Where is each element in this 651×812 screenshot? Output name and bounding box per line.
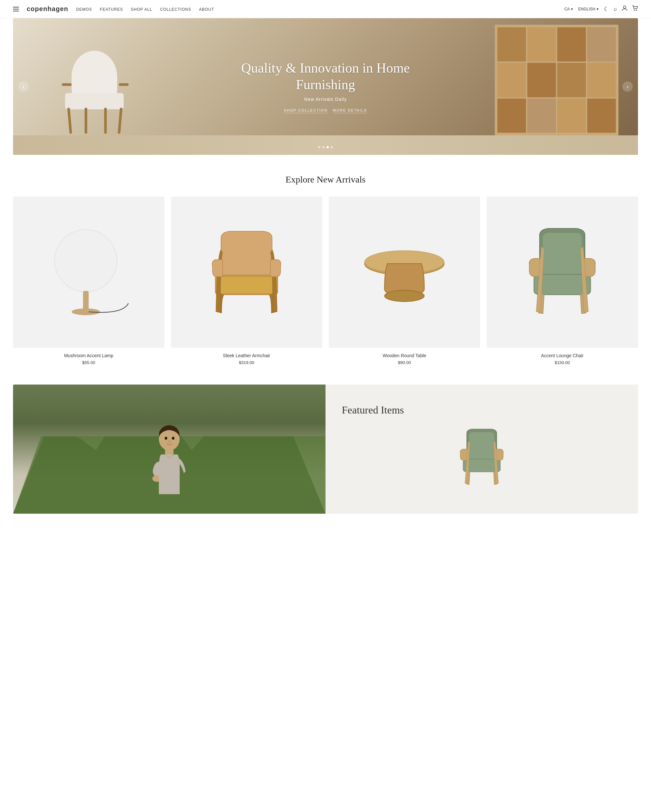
product-card-armchair[interactable]: Sleek Leather Armchair $319.00 [171, 197, 322, 365]
cart-icon[interactable] [632, 5, 638, 13]
product-card-table[interactable]: Wooden Round Table $90.00 [329, 197, 480, 365]
svg-point-2 [636, 10, 637, 11]
svg-rect-4 [83, 291, 89, 311]
nav-item-features[interactable]: FEATURES [100, 6, 123, 12]
slide-dot-4[interactable] [331, 146, 333, 148]
featured-chair-preview [342, 423, 622, 494]
svg-point-13 [172, 437, 174, 440]
hero-subtitle: New Arrivals Daily [228, 97, 423, 102]
svg-rect-14 [165, 449, 174, 455]
hamburger-menu[interactable] [13, 7, 19, 11]
nav-icons: ☾ ⌕ [604, 5, 638, 13]
language-selector[interactable]: ENGLISH ▾ [578, 7, 599, 11]
product-image-lamp [13, 197, 164, 348]
svg-point-5 [72, 308, 100, 315]
nav-item-about[interactable]: ABOUT [199, 6, 214, 12]
hero-buttons: SHOP COLLECTION MORE DETAILS [228, 108, 423, 113]
featured-title: Featured Items [342, 404, 622, 416]
new-arrivals-title: Explore New Arrivals [13, 174, 638, 185]
nav-item-collections[interactable]: COLLECTIONS [160, 6, 191, 12]
featured-image [13, 385, 326, 514]
svg-point-12 [165, 437, 167, 440]
hero-shelf-decoration [495, 25, 619, 135]
nav-item-shop-all[interactable]: SHOP ALL [131, 6, 152, 12]
svg-point-0 [623, 6, 626, 8]
nav-left: copenhagen DEMOS FEATURES SHOP ALL COLLE… [13, 5, 214, 13]
featured-content: Featured Items [326, 385, 638, 514]
hero-next-arrow[interactable]: › [622, 81, 633, 92]
svg-point-8 [384, 290, 424, 302]
svg-point-1 [634, 10, 635, 11]
product-image-armchair [171, 197, 322, 348]
slide-dot-1[interactable] [318, 146, 320, 148]
nav-links: DEMOS FEATURES SHOP ALL COLLECTIONS ABOU… [76, 6, 214, 12]
hero-prev-arrow[interactable]: ‹ [18, 81, 29, 92]
product-price-lamp: $55.00 [13, 360, 164, 365]
search-icon[interactable]: ⌕ [614, 6, 617, 12]
more-details-button[interactable]: MORE DETAILS [333, 108, 367, 113]
shop-collection-button[interactable]: SHOP COLLECTION [284, 108, 327, 113]
featured-section: Featured Items [13, 385, 638, 514]
product-price-table: $90.00 [329, 360, 480, 365]
dark-mode-icon[interactable]: ☾ [604, 6, 609, 13]
product-price-lounge-chair: $150.00 [487, 360, 638, 365]
locale-selector[interactable]: CA ▾ [564, 7, 573, 11]
hero-content: Quality & Innovation in Home Furnishing … [228, 60, 423, 113]
navigation: copenhagen DEMOS FEATURES SHOP ALL COLLE… [0, 0, 651, 18]
featured-man-figure [13, 385, 326, 514]
hero-slide-dots [318, 146, 333, 148]
product-name-lamp: Mushroom Accent Lamp [13, 353, 164, 358]
hero-section: ‹ › Quality & Innovation in Home Furnish… [13, 18, 638, 155]
product-card-lounge-chair[interactable]: Accent Lounge Chair $150.00 [487, 197, 638, 365]
product-price-armchair: $319.00 [171, 360, 322, 365]
slide-dot-3[interactable] [327, 146, 329, 148]
product-name-table: Wooden Round Table [329, 353, 480, 358]
nav-item-demos[interactable]: DEMOS [76, 6, 92, 12]
product-card-lamp[interactable]: Mushroom Accent Lamp $55.00 [13, 197, 164, 365]
hero-title: Quality & Innovation in Home Furnishing [228, 60, 423, 93]
product-image-table [329, 197, 480, 348]
nav-right: CA ▾ ENGLISH ▾ ☾ ⌕ [564, 5, 638, 13]
slide-dot-2[interactable] [322, 146, 324, 148]
product-image-lounge-chair [487, 197, 638, 348]
account-icon[interactable] [622, 5, 628, 13]
svg-point-3 [55, 230, 117, 292]
product-name-lounge-chair: Accent Lounge Chair [487, 353, 638, 358]
new-arrivals-section: Explore New Arrivals Mushroom Accent Lam… [0, 155, 651, 385]
products-grid: Mushroom Accent Lamp $55.00 [13, 197, 638, 365]
hero-chair-decoration [59, 44, 143, 142]
product-name-armchair: Sleek Leather Armchair [171, 353, 322, 358]
brand-logo[interactable]: copenhagen [27, 5, 68, 13]
